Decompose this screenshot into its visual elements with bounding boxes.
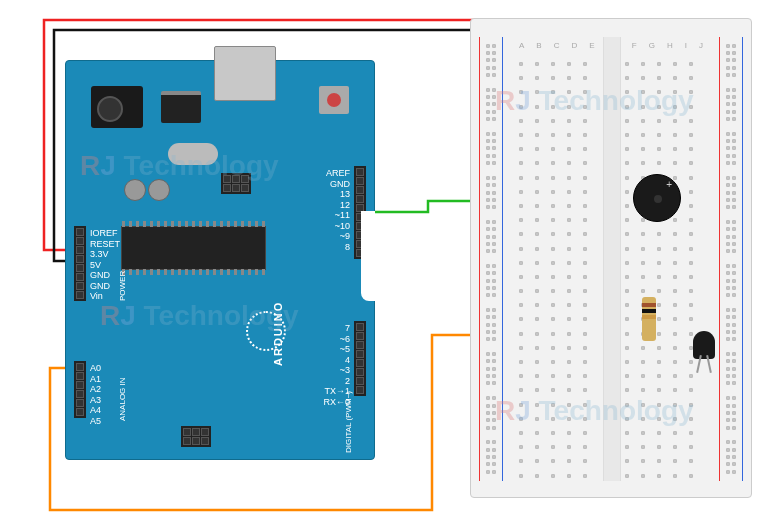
power-header[interactable] xyxy=(74,226,86,301)
power-group-label: POWER xyxy=(118,271,127,301)
capacitor xyxy=(124,179,146,201)
arduino-brand-label: ARDUINO xyxy=(272,301,284,366)
breadboard-center-channel xyxy=(603,37,621,481)
icsp-header-1[interactable] xyxy=(221,173,251,194)
power-rail-left[interactable] xyxy=(479,37,503,481)
breadboard: A B C D E F G H I J xyxy=(470,18,752,498)
analog-group-label: ANALOG IN xyxy=(118,377,127,421)
capacitor xyxy=(148,179,170,201)
voltage-regulator xyxy=(161,91,201,123)
icsp-header-2[interactable] xyxy=(181,426,211,447)
col-labels-right: F G H I J xyxy=(632,41,703,50)
thermistor-ntc xyxy=(693,331,715,359)
terminal-strip-right[interactable] xyxy=(621,57,707,487)
reset-button[interactable] xyxy=(319,86,349,114)
resistor-10k xyxy=(642,297,656,341)
atmega-chip xyxy=(121,226,266,270)
digital-header-bottom[interactable] xyxy=(354,321,366,396)
power-pin-labels: IOREF RESET 3.3V 5V GND GND Vin xyxy=(90,228,120,302)
analog-pin-labels: A0 A1 A2 A3 A4 A5 xyxy=(90,363,101,426)
arduino-uno-board: ARDUINO IOREF RESET 3.3V 5V GND GND Vin … xyxy=(65,60,375,460)
digital-group-label: DIGITAL (PWM~) xyxy=(344,391,353,453)
analog-header[interactable] xyxy=(74,361,86,418)
terminal-strip-left[interactable] xyxy=(515,57,601,487)
usb-connector xyxy=(214,46,276,101)
crystal-oscillator xyxy=(168,143,218,165)
power-rail-right[interactable] xyxy=(719,37,743,481)
digital-top-labels: AREF GND 13 12 ~11 ~10 ~9 8 xyxy=(326,168,350,252)
piezo-buzzer xyxy=(633,174,681,222)
digital-header-top[interactable] xyxy=(354,166,366,259)
col-labels-left: A B C D E xyxy=(519,41,595,50)
power-jack xyxy=(91,86,143,128)
